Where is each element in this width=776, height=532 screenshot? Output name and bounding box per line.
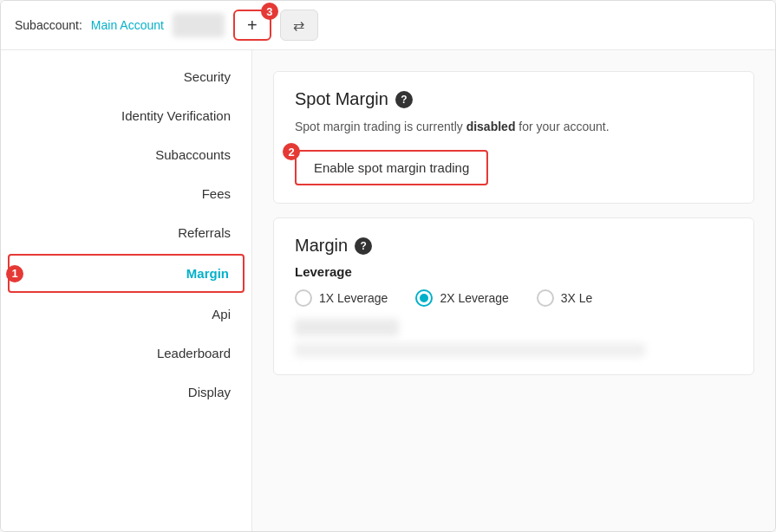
add-button-wrapper: + 3 — [233, 10, 271, 41]
leverage-options: 1X Leverage 2X Leverage 3X Le — [295, 289, 733, 307]
radio-2x[interactable] — [415, 289, 433, 307]
sidebar-item-margin[interactable]: Margin — [8, 254, 245, 293]
margin-title: Margin ? — [295, 236, 733, 256]
margin-help-icon[interactable]: ? — [355, 237, 372, 255]
leverage-label: Leverage — [295, 264, 733, 279]
sidebar: Security Identity Verification Subaccoun… — [1, 50, 252, 531]
leverage-option-1x[interactable]: 1X Leverage — [295, 289, 388, 307]
spot-margin-description: Spot margin trading is currently disable… — [295, 118, 733, 136]
sidebar-item-api[interactable]: Api — [1, 295, 251, 334]
sidebar-item-security[interactable]: Security — [1, 57, 251, 96]
step3-badge: 3 — [261, 3, 278, 20]
transfer-button[interactable]: ⇄ — [280, 10, 318, 41]
leverage-option-2x[interactable]: 2X Leverage — [415, 289, 508, 307]
subaccount-label: Subaccount: — [15, 18, 82, 32]
step2-badge: 2 — [283, 143, 300, 160]
radio-1x[interactable] — [295, 289, 312, 307]
enable-spot-margin-button[interactable]: Enable spot margin trading — [295, 150, 488, 185]
blurred-content-1 — [295, 319, 399, 336]
sidebar-item-referrals[interactable]: Referrals — [1, 213, 251, 252]
content-area: Spot Margin ? Spot margin trading is cur… — [252, 50, 775, 531]
top-bar: Subaccount: Main Account + 3 ⇄ — [1, 1, 775, 50]
sidebar-item-display[interactable]: Display — [1, 373, 251, 412]
blurred-content-2 — [295, 343, 645, 357]
radio-3x[interactable] — [537, 289, 554, 307]
sidebar-item-identity-verification[interactable]: Identity Verification — [1, 96, 251, 135]
spot-margin-help-icon[interactable]: ? — [395, 91, 413, 108]
sidebar-item-fees[interactable]: Fees — [1, 174, 251, 213]
sidebar-item-subaccounts[interactable]: Subaccounts — [1, 135, 251, 174]
enable-button-wrapper: 2 Enable spot margin trading — [295, 150, 488, 185]
spot-margin-card: Spot Margin ? Spot margin trading is cur… — [273, 71, 754, 204]
margin-card: Margin ? Leverage 1X Leverage 2 — [273, 217, 754, 375]
spot-margin-title: Spot Margin ? — [295, 89, 733, 109]
account-avatar-blur — [173, 13, 225, 37]
account-name-link[interactable]: Main Account — [91, 18, 164, 32]
main-layout: Security Identity Verification Subaccoun… — [1, 50, 775, 531]
sidebar-item-leaderboard[interactable]: Leaderboard — [1, 334, 251, 373]
radio-2x-inner — [420, 294, 428, 302]
margin-item-wrapper: 1 Margin — [1, 254, 251, 293]
leverage-option-3x[interactable]: 3X Le — [537, 289, 593, 307]
